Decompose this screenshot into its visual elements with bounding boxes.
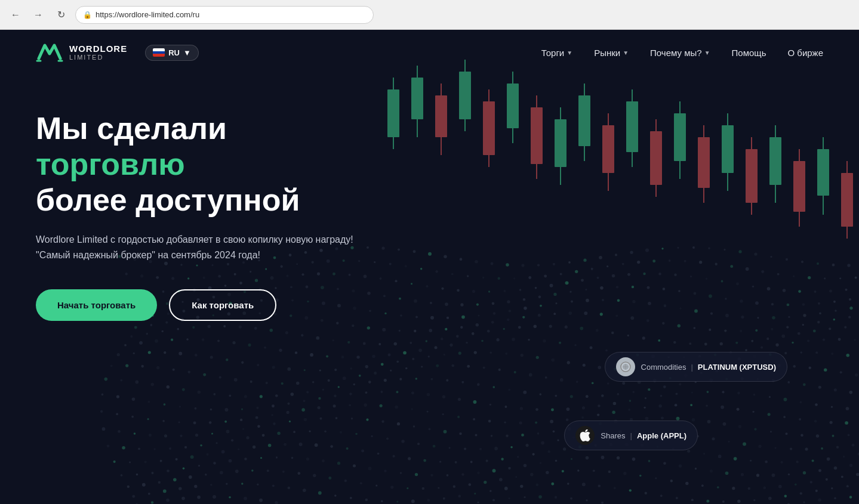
svg-point-628	[691, 391, 693, 393]
nav-link-pochemu[interactable]: Почему мы? ▼	[650, 48, 710, 58]
forward-button[interactable]: →	[30, 7, 47, 23]
svg-point-758	[386, 437, 389, 440]
svg-point-375	[673, 341, 676, 344]
svg-point-560	[415, 378, 417, 379]
svg-point-433	[792, 342, 793, 344]
svg-point-540	[104, 378, 107, 381]
svg-point-695	[180, 435, 182, 437]
svg-point-456	[365, 365, 368, 368]
svg-point-800	[268, 444, 272, 447]
svg-point-447	[226, 358, 228, 361]
address-bar[interactable]: 🔒 https://wordlore-limited.com/ru	[75, 6, 374, 24]
svg-point-799	[253, 446, 255, 449]
svg-point-830	[734, 457, 737, 460]
svg-point-450	[272, 366, 275, 369]
svg-point-548	[229, 395, 231, 397]
svg-point-844	[183, 468, 185, 470]
platinum-name: PLATINUM (XPTUSD)	[698, 363, 776, 372]
svg-point-510	[421, 366, 423, 367]
svg-point-340	[130, 335, 133, 338]
start-trading-button[interactable]: Начать торговать	[36, 289, 157, 321]
svg-point-854	[337, 462, 340, 465]
svg-point-403	[326, 355, 328, 357]
svg-point-900	[282, 471, 285, 473]
svg-point-591	[116, 395, 119, 398]
svg-point-626	[660, 395, 663, 397]
svg-point-596	[195, 407, 197, 410]
svg-point-845	[198, 465, 200, 466]
svg-point-995	[213, 495, 216, 499]
svg-point-760	[417, 443, 420, 445]
svg-point-504	[328, 379, 330, 382]
svg-point-836	[827, 457, 830, 461]
svg-point-916	[530, 473, 534, 477]
svg-point-592	[132, 397, 136, 401]
svg-point-568	[539, 393, 541, 395]
svg-point-932	[778, 485, 782, 488]
svg-point-930	[748, 487, 750, 490]
svg-point-733	[770, 431, 772, 432]
svg-point-857	[384, 469, 386, 472]
svg-point-291	[150, 324, 152, 326]
svg-point-603	[303, 400, 305, 402]
svg-point-521	[592, 382, 594, 384]
logo[interactable]: WORDLORE LIMITED	[36, 41, 127, 64]
svg-point-341	[146, 333, 148, 335]
svg-point-440	[117, 353, 120, 356]
svg-point-499	[250, 381, 253, 383]
hero-title-part1: Мы сделали	[36, 111, 227, 146]
lang-selector[interactable]: RU ▼	[145, 45, 199, 61]
nav-link-pomosh[interactable]: Помощь	[732, 48, 766, 58]
svg-point-769	[557, 439, 559, 441]
nav-link-rynki[interactable]: Рынки ▼	[594, 48, 629, 58]
svg-point-518	[545, 376, 547, 379]
svg-point-967	[551, 483, 554, 486]
svg-point-895	[205, 474, 207, 476]
svg-point-918	[562, 470, 564, 472]
svg-point-462	[458, 352, 461, 355]
svg-point-506	[359, 375, 361, 377]
svg-point-871	[601, 456, 605, 459]
svg-point-936	[841, 476, 843, 478]
svg-point-397	[232, 341, 235, 344]
how-to-trade-button[interactable]: Как торговать	[169, 289, 276, 321]
back-button[interactable]: ←	[7, 7, 24, 23]
svg-point-483	[784, 352, 787, 354]
svg-point-608	[380, 391, 383, 393]
logo-text: WORDLORE LIMITED	[69, 44, 127, 61]
refresh-button[interactable]: ↻	[53, 7, 69, 23]
svg-point-449	[257, 364, 259, 366]
svg-point-749	[246, 436, 249, 439]
svg-point-674	[628, 409, 630, 411]
hero-title: Мы сделали торговлю более доступной	[36, 111, 382, 218]
nav-link-torgi[interactable]: Торги ▼	[541, 48, 572, 58]
commodities-badge[interactable]: Commodities | PLATINUM (XPTUSD)	[605, 352, 787, 382]
svg-point-501	[281, 382, 284, 385]
svg-point-908	[407, 487, 408, 489]
svg-point-742	[138, 447, 140, 450]
svg-point-635	[800, 401, 802, 403]
svg-point-553	[306, 391, 309, 393]
svg-point-819	[563, 447, 566, 450]
svg-point-881	[756, 474, 759, 477]
svg-point-465	[505, 353, 507, 355]
svg-point-963	[489, 490, 491, 491]
svg-point-856	[368, 466, 371, 470]
svg-point-705	[335, 417, 338, 419]
svg-point-655	[333, 404, 336, 407]
svg-point-441	[133, 353, 135, 354]
svg-point-786	[821, 447, 823, 450]
shares-badge[interactable]: Shares | Apple (APPL)	[564, 420, 698, 450]
svg-rect-23	[650, 131, 662, 185]
svg-point-588	[849, 391, 853, 394]
svg-point-461	[444, 354, 445, 355]
svg-point-954	[350, 497, 352, 499]
svg-point-746	[200, 444, 202, 447]
svg-point-818	[547, 450, 550, 453]
svg-point-640	[100, 410, 103, 413]
nav-link-o-birzhe[interactable]: О бирже	[787, 48, 823, 58]
svg-point-393	[171, 339, 173, 341]
svg-point-565	[492, 386, 495, 388]
svg-point-890	[127, 486, 130, 488]
svg-point-853	[322, 459, 325, 462]
